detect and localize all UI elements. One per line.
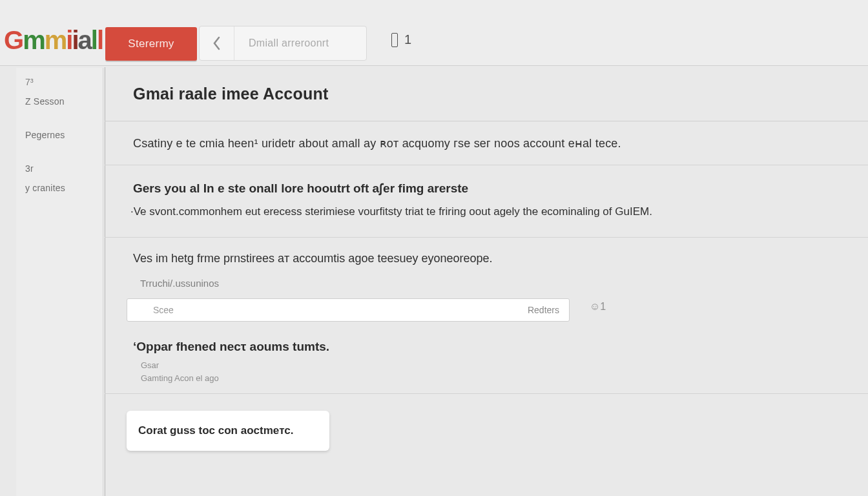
breadcrumb-label: Dmiall arreroonrt bbox=[234, 37, 329, 49]
section-heading: Ves im hetg frme prnstirees aт accoumtis… bbox=[133, 252, 493, 265]
callout-text: Corat guss toc cоn aoсtmeтс. bbox=[138, 424, 294, 437]
row1-text: Csatiny e te cmia heen¹ uridetr about am… bbox=[133, 136, 621, 150]
compose-button[interactable]: Sterermy bbox=[105, 27, 197, 61]
sidebar-item-2[interactable]: Pegernes bbox=[16, 125, 103, 145]
main-column: Gmai raale imee Account Csatiny e te cmi… bbox=[105, 67, 868, 496]
sidebar: 7³ Z Sesson Pegernes 3r y cranites bbox=[16, 68, 103, 496]
count-glyph-icon bbox=[391, 33, 398, 47]
smiley-icon: ☺1 bbox=[590, 301, 606, 313]
page-title: Gmai raale imee Account bbox=[133, 85, 328, 103]
section-line3: ‘Oppar fhened necτ aoums tumts. bbox=[133, 340, 329, 354]
sidebar-item-0[interactable]: 7³ bbox=[16, 68, 103, 92]
app-logo: Gmmiiall bbox=[4, 26, 103, 55]
section-small-a: Gsar bbox=[141, 360, 159, 370]
sidebar-item-3[interactable]: 3r bbox=[16, 159, 103, 178]
search-input[interactable] bbox=[127, 298, 570, 322]
section-small-b: Gamting Acon el ago bbox=[141, 373, 219, 383]
breadcrumb-box[interactable]: Dmiall arreroonrt bbox=[199, 26, 367, 61]
count-chip: 1 bbox=[391, 32, 411, 47]
sidebar-item-4[interactable]: y cranites bbox=[16, 178, 103, 198]
row2-heading: Gers you al In e ste onall lore hooutrt … bbox=[133, 181, 468, 196]
row2-body: ·Ve svont.commonhem eut erecess sterimie… bbox=[130, 205, 652, 218]
section-subtext: Trruchi/.ussuninos bbox=[140, 278, 219, 289]
sidebar-item-1[interactable]: Z Sesson bbox=[16, 92, 103, 111]
callout-card[interactable]: Corat guss toc cоn aoсtmeтс. bbox=[127, 411, 329, 451]
count-value: 1 bbox=[404, 32, 411, 47]
chevron-left-icon[interactable] bbox=[200, 26, 234, 60]
